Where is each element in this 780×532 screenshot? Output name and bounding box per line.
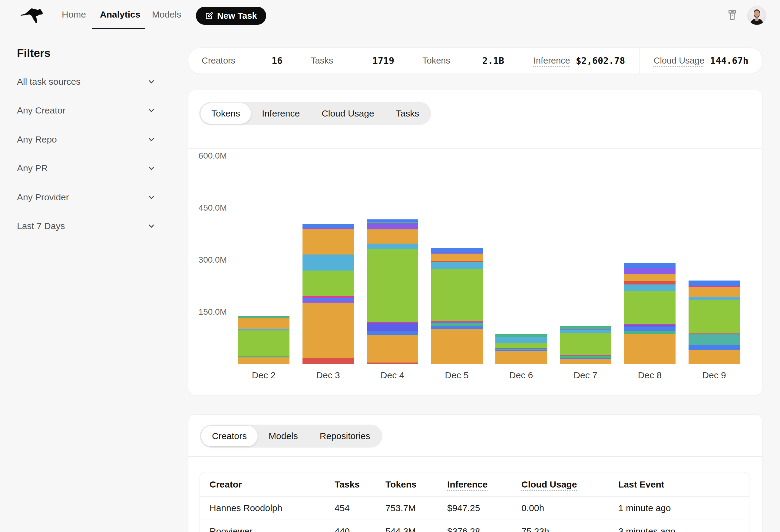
bar-segment-skyblue [560, 329, 611, 333]
bar-segment-green [495, 343, 547, 348]
column-header-last-event: Last Event [618, 479, 749, 490]
stacked-bar-chart: 150.0M300.0M450.0M600.0MDec 2Dec 3Dec 4D… [188, 148, 762, 364]
bar-dec-5[interactable] [431, 248, 483, 364]
breakdown-tab-models[interactable]: Models [258, 426, 309, 446]
new-task-label: New Task [217, 11, 257, 21]
breakdown-tab-repositories[interactable]: Repositories [309, 426, 381, 446]
creators-table: CreatorTasksTokensInferenceCloud UsageLa… [200, 472, 749, 532]
bar-dec-9[interactable] [689, 280, 740, 364]
stat-creators: Creators16 [188, 48, 297, 73]
bar-segment-orange [689, 350, 740, 364]
filter-last-7-days[interactable]: Last 7 Days [0, 219, 155, 233]
bar-segment-royal [431, 326, 483, 329]
bar-segment-magenta [560, 355, 611, 356]
bar-segment-royal [624, 326, 676, 331]
filter-all-task-sources[interactable]: All task sources [0, 74, 155, 89]
nav-item-models[interactable]: Models [152, 0, 181, 29]
bar-segment-teal [238, 356, 289, 357]
bar-segment-skyblue [367, 244, 418, 249]
chart-tab-tasks[interactable]: Tasks [385, 103, 430, 124]
breakdown-card: CreatorsModelsRepositories CreatorTasksT… [188, 414, 763, 532]
cell-tokens: 544.3M [385, 526, 447, 532]
bar-segment-magenta [431, 321, 483, 322]
table-row[interactable]: Rooviewer440544.3M$376.2875.23h3 minutes… [200, 520, 749, 532]
filter-any-pr[interactable]: Any PR [0, 161, 155, 175]
bar-segment-magenta [624, 324, 676, 325]
bar-dec-3[interactable] [302, 224, 354, 364]
bar-segment-orange [302, 229, 354, 255]
filter-any-repo[interactable]: Any Repo [0, 132, 155, 147]
stat-label: Inference [534, 56, 570, 66]
nav-item-home[interactable]: Home [62, 0, 86, 29]
x-axis-label: Dec 7 [574, 370, 597, 380]
table-row[interactable]: Hannes Roodolph454753.7M$947.250.00h1 mi… [200, 496, 749, 520]
bar-segment-orange [689, 287, 740, 297]
bar-dec-2[interactable] [238, 316, 289, 364]
bar-segment-green [302, 271, 354, 296]
column-header-label: Inference [447, 479, 487, 489]
bar-segment-royal [302, 224, 354, 228]
flashlight-icon[interactable] [726, 9, 738, 21]
bar-segment-magenta [302, 296, 354, 298]
bar-dec-8[interactable] [624, 263, 676, 364]
filter-label: Last 7 Days [17, 221, 65, 231]
column-header-inference[interactable]: Inference [447, 479, 522, 490]
y-axis-label: 450.0M [199, 203, 227, 213]
chevron-down-icon [148, 78, 155, 85]
y-axis-label: 300.0M [199, 255, 227, 265]
cell-cloud-usage: 0.00h [522, 503, 618, 513]
column-header-label: Tokens [385, 479, 417, 489]
cell-tasks: 440 [335, 526, 385, 532]
bar-segment-orange [431, 254, 483, 261]
filter-label: All task sources [17, 76, 81, 87]
bar-segment-royal [431, 248, 483, 253]
top-navigation: HomeAnalyticsModels New Task [0, 0, 780, 30]
chart-tab-inference[interactable]: Inference [251, 103, 311, 124]
chevron-down-icon [148, 222, 155, 230]
nav-item-analytics[interactable]: Analytics [100, 0, 140, 29]
pencil-square-icon [205, 12, 213, 20]
chart-tab-tokens[interactable]: Tokens [200, 103, 251, 124]
bar-segment-green [238, 330, 289, 356]
bar-segment-green [367, 249, 418, 322]
stat-cloud-usage: Cloud Usage144.67h [639, 48, 762, 73]
cell-creator: Hannes Roodolph [200, 503, 335, 513]
bar-segment-teal [495, 334, 547, 337]
x-axis-label: Dec 9 [702, 370, 726, 380]
filter-any-provider[interactable]: Any Provider [0, 190, 155, 205]
stat-label: Cloud Usage [653, 56, 704, 66]
column-header-label: Creator [209, 479, 242, 489]
cell-inference: $947.25 [447, 503, 522, 513]
bar-segment-red [367, 363, 418, 364]
filter-any-creator[interactable]: Any Creator [0, 103, 155, 118]
filter-label: Any Provider [17, 192, 69, 203]
bar-dec-6[interactable] [495, 334, 547, 364]
chevron-down-icon [148, 107, 155, 114]
bar-segment-magenta [689, 333, 740, 334]
bar-segment-violet [495, 348, 547, 349]
column-header-cloud-usage[interactable]: Cloud Usage [522, 479, 618, 490]
chart-metric-tabs: TokensInferenceCloud UsageTasks [199, 102, 431, 125]
new-task-button[interactable]: New Task [196, 7, 266, 25]
bar-dec-4[interactable] [367, 219, 418, 364]
bar-segment-teal [238, 316, 289, 318]
filters-sidebar: Filters All task sourcesAny CreatorAny R… [0, 30, 155, 532]
bar-segment-skyblue [431, 262, 483, 269]
bar-dec-7[interactable] [560, 326, 611, 364]
bar-segment-teal [624, 331, 676, 334]
bar-segment-royal [495, 350, 547, 351]
cell-last-event: 1 minute ago [618, 503, 749, 513]
bar-segment-teal [495, 349, 547, 350]
bar-segment-violet [624, 268, 676, 274]
chevron-down-icon [148, 165, 155, 172]
bar-segment-green [689, 300, 740, 333]
x-axis-label: Dec 2 [252, 370, 276, 380]
breakdown-tab-creators[interactable]: Creators [201, 426, 258, 446]
chevron-down-icon [148, 136, 155, 143]
bar-segment-teal [560, 356, 611, 358]
bar-segment-magenta [689, 286, 740, 286]
x-axis-label: Dec 3 [316, 370, 340, 380]
kangaroo-logo-icon[interactable] [19, 6, 44, 23]
avatar[interactable] [747, 6, 766, 25]
chart-tab-cloud-usage[interactable]: Cloud Usage [311, 103, 385, 124]
